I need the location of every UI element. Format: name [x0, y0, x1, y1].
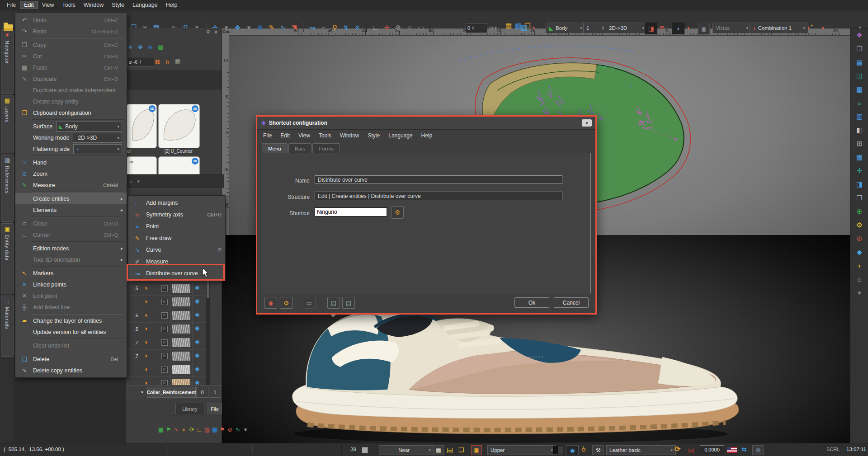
layer-color-swatch[interactable]: ◗	[144, 366, 148, 372]
edit-menu-item[interactable]: Surface ◣ Body ▾	[15, 121, 127, 132]
visibility-eye-icon[interactable]: ◉	[195, 312, 199, 317]
side-panel-tab[interactable]: ✷ Navigator	[1, 29, 14, 94]
material-thumbnail[interactable]	[172, 352, 190, 361]
side-panel-tab[interactable]: ▤ Layers	[1, 95, 14, 153]
color-swatch[interactable]	[553, 446, 563, 454]
toolbar-icon[interactable]: ❖	[233, 24, 242, 31]
expand-arrow-icon[interactable]: ▸	[142, 389, 144, 394]
menu-inline-dropdown[interactable]: 2D->3D ▾	[73, 133, 122, 143]
panel-bottom-icon[interactable]: ∿	[173, 427, 179, 432]
name-field[interactable]: Distribute over curve	[315, 175, 562, 184]
right-toolbar-icon[interactable]: ⊞	[857, 140, 863, 147]
dialog-tool-button-1[interactable]: ◉	[264, 297, 277, 309]
menu-inline-dropdown[interactable]: ◣ Body ▾	[56, 122, 122, 132]
dialog-menu-item[interactable]: Help	[421, 132, 433, 139]
menubar-item[interactable]: Style	[108, 1, 128, 9]
value-field[interactable]: 0.0000	[700, 445, 724, 454]
visibility-eye-icon[interactable]: ◉	[195, 298, 199, 304]
side-red-icon[interactable]: ◗	[686, 24, 690, 31]
right-toolbar-icon[interactable]: ⊕	[857, 208, 863, 215]
edit-menu-item[interactable]: Clear undo list ▾	[15, 340, 127, 351]
working-mode-dropdown[interactable]: 2D->3D ▾	[606, 23, 647, 33]
edit-menu-item[interactable]: ∿ Delete copy entities ▾	[15, 365, 127, 376]
layer-color-swatch[interactable]: ◗	[144, 298, 148, 305]
toolbar-icon[interactable]: ⊕	[394, 24, 402, 31]
menubar-item[interactable]: Window	[80, 1, 108, 9]
panel-bottom-icon[interactable]: ◗	[181, 427, 187, 432]
layer-page-icon[interactable]: ❏	[458, 447, 464, 453]
table-row[interactable]: ◗ ◉	[126, 296, 210, 309]
visibility-eye-icon[interactable]: ◉	[195, 353, 199, 358]
edit-menu-item[interactable]: ▤ Paste ▾ Ctrl+V	[15, 62, 127, 73]
side-panel-tab[interactable]: ▥ References	[1, 155, 14, 222]
side-panel-tab[interactable]: ∷ Materials	[1, 296, 14, 357]
right-toolbar-icon[interactable]: ≡	[858, 99, 862, 106]
panel-pin-icon[interactable]: ⚲	[206, 29, 210, 35]
submenu-item[interactable]: ✎ Free draw	[128, 232, 225, 244]
toolbar-icon[interactable]	[303, 22, 303, 32]
open-file-icon[interactable]	[4, 24, 13, 31]
visibility-eye-icon[interactable]: ◉	[195, 325, 199, 331]
toolbar-icon[interactable]: ◥	[290, 24, 298, 31]
submenu-item[interactable]: ∟ Add margins	[128, 197, 225, 209]
visibility-button[interactable]: ◉	[566, 445, 579, 455]
dialog-menu-item[interactable]: View	[298, 132, 310, 139]
part-thumbnail-4[interactable]: 3D	[158, 156, 200, 174]
toolbar-icon[interactable]: ▾	[222, 24, 231, 31]
right-toolbar-icon[interactable]: ▾	[858, 289, 861, 296]
row-checkbox[interactable]	[161, 367, 168, 373]
right-toolbar-icon[interactable]: ◨	[856, 181, 863, 188]
toolbar-icon[interactable]: ⚲	[330, 24, 339, 31]
panel-icon[interactable]: ✥	[138, 44, 143, 50]
panel-icon[interactable]: ▩	[158, 44, 163, 50]
edit-menu-item[interactable]: Flattening side ◖ ▾	[15, 143, 127, 155]
edit-menu-item[interactable]: Tool 3D orientation ▾ ▸	[15, 254, 127, 265]
material-thumbnail[interactable]	[172, 311, 190, 320]
flatten-all-icon[interactable]: ≋	[659, 24, 665, 31]
panel-close-icon[interactable]: ✕	[214, 29, 218, 35]
edit-menu-item[interactable]: ❐ Copy ▾ Ctrl+C	[15, 39, 127, 51]
edit-menu-item[interactable]: ✎ Measure ▾ Ctrl+M	[15, 179, 127, 191]
panel-bottom-icon[interactable]: ∟	[196, 427, 203, 432]
edit-menu-item[interactable]: ╫ Add linked line ▾	[15, 301, 127, 313]
submenu-item[interactable]: ● Point	[128, 221, 225, 232]
edit-menu-item[interactable]: ↶ Undo ▾ Ctrl+Z	[15, 14, 127, 26]
shortcut-gear-button[interactable]: ⚙	[391, 206, 404, 219]
edit-menu-item[interactable]: ∿ Duplicate ▾ Ctrl+D	[15, 73, 127, 85]
bold-toggle[interactable]: B	[155, 58, 160, 66]
panel-bottom-icon[interactable]: ∿	[235, 427, 241, 432]
grid-button[interactable]: ▦	[433, 445, 444, 455]
part-thumbnail-2[interactable]: 3D	[158, 104, 200, 148]
panel-bottom-icon[interactable]: ▨	[204, 427, 210, 432]
panel-icon[interactable]: ▾	[137, 179, 140, 184]
side-blue-button[interactable]: ◖	[672, 23, 684, 34]
toolbar-icon[interactable]: ⌐	[319, 24, 328, 31]
right-toolbar-icon[interactable]: ▥	[856, 113, 863, 120]
dialog-menu-item[interactable]: Tools	[319, 132, 331, 139]
panel-bottom-icon[interactable]: ⚑	[165, 427, 172, 432]
toolbar-icon[interactable]: ↯	[342, 24, 350, 31]
diameter-spinner[interactable]: ⌀ -6 ▲▼	[127, 57, 154, 67]
visibility-eye-icon[interactable]: ◉	[195, 380, 199, 385]
combination-add-icon[interactable]: ◗+	[807, 24, 813, 31]
layer-color-swatch[interactable]: ◗	[144, 338, 148, 345]
refresh-icon[interactable]: ⟳	[675, 446, 680, 453]
upper-dropdown[interactable]: Upper ▾	[487, 445, 556, 455]
tab-library[interactable]: Library	[175, 403, 204, 414]
dialog-tab[interactable]: Menu	[262, 143, 288, 154]
table-scrollbar[interactable]	[206, 268, 210, 386]
edit-menu-item[interactable]: ✕ Linked points ▾	[15, 279, 127, 290]
panel-icon[interactable]: ⊕	[148, 44, 153, 50]
dialog-tool-button-4[interactable]: ▤	[327, 297, 340, 309]
edit-menu-item[interactable]: Edition modes ▾ ▸	[15, 243, 127, 254]
edit-menu-item[interactable]: Update version for all entities ▾	[15, 326, 127, 338]
edit-menu-item[interactable]: ✂ Cut ▾ Ctrl+X	[15, 51, 127, 62]
frame-checkbox[interactable]	[362, 447, 368, 453]
row-checkbox[interactable]	[161, 299, 168, 305]
toolbar-icon[interactable]: ▭	[416, 24, 425, 31]
material-thumbnail[interactable]	[172, 365, 190, 374]
table-row[interactable]: ,5 ◗ ◉	[126, 323, 210, 336]
toolbar-icon[interactable]: ✛	[382, 24, 391, 31]
edit-menu-item[interactable]: ☞ Hand ▾	[15, 157, 127, 168]
material-thumbnail[interactable]	[172, 324, 190, 334]
